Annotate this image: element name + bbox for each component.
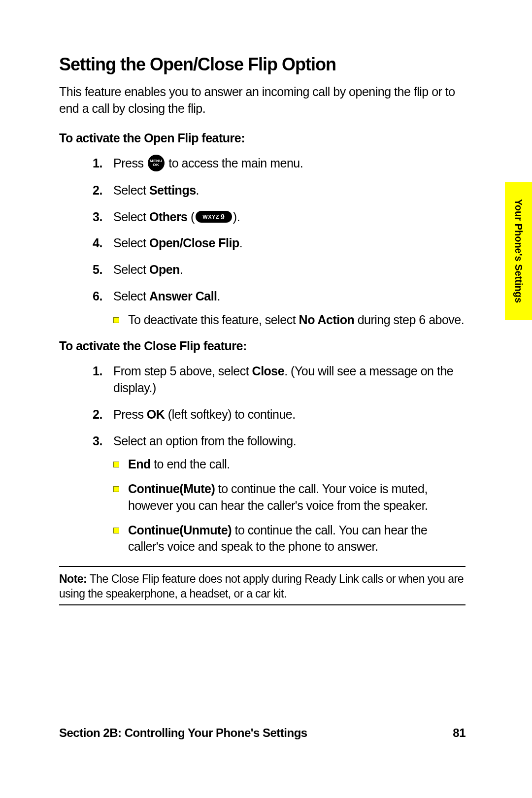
side-tab: Your Phone's Settings bbox=[505, 182, 532, 320]
divider bbox=[59, 566, 466, 567]
section-a-title: To activate the Open Flip feature: bbox=[59, 131, 466, 145]
step-text: Select an option from the following. bbox=[113, 434, 296, 448]
section-b-title: To activate the Close Flip feature: bbox=[59, 339, 466, 353]
step-bold: Settings bbox=[149, 183, 196, 197]
step-text: . bbox=[180, 263, 183, 276]
sub-text: To deactivate this feature, select bbox=[128, 313, 299, 327]
page-title: Setting the Open/Close Flip Option bbox=[59, 54, 466, 75]
sub-list: To deactivate this feature, select No Ac… bbox=[113, 312, 466, 329]
sub-item: Continue(Mute) to continue the call. You… bbox=[113, 481, 466, 514]
step-text: Press bbox=[113, 156, 143, 170]
sub-text: during step 6 above. bbox=[354, 313, 464, 327]
step-bold: OK bbox=[147, 407, 165, 421]
step-number: 1. bbox=[93, 363, 102, 380]
step-text: to access the main menu. bbox=[168, 156, 303, 170]
step-number: 6. bbox=[93, 288, 102, 305]
step: 1. From step 5 above, select Close. (You… bbox=[59, 363, 466, 397]
side-tab-label: Your Phone's Settings bbox=[513, 199, 524, 303]
sub-bold: Continue(Unmute) bbox=[128, 523, 232, 537]
step-number: 5. bbox=[93, 262, 102, 278]
manual-page: Your Phone's Settings Setting the Open/C… bbox=[0, 0, 532, 798]
note-label: Note: bbox=[59, 572, 87, 585]
step-text: ( bbox=[188, 210, 195, 224]
step-number: 1. bbox=[93, 155, 102, 172]
step-number: 4. bbox=[93, 235, 102, 252]
sub-text: to end the call. bbox=[151, 457, 230, 471]
step-bold: Answer Call bbox=[149, 289, 217, 303]
sub-item: End to end the call. bbox=[113, 456, 466, 473]
page-footer: Section 2B: Controlling Your Phone's Set… bbox=[59, 726, 466, 740]
step: 5. Select Open. bbox=[59, 262, 466, 278]
step-text: Press bbox=[113, 407, 147, 421]
step: 1. Press MENU OK to access the main menu… bbox=[59, 155, 466, 172]
step-bold: Open/Close Flip bbox=[149, 236, 239, 250]
step-number: 3. bbox=[93, 209, 102, 226]
sub-item: Continue(Unmute) to continue the call. Y… bbox=[113, 522, 466, 556]
step-text: . bbox=[196, 183, 199, 197]
step-text: From step 5 above, select bbox=[113, 364, 252, 378]
step-text: Select bbox=[113, 263, 149, 276]
step-text: . bbox=[239, 236, 242, 250]
step-number: 2. bbox=[93, 182, 102, 199]
note-text: The Close Flip feature does not apply du… bbox=[59, 572, 464, 600]
step-text: ). bbox=[233, 210, 240, 224]
footer-page-number: 81 bbox=[453, 726, 466, 740]
intro-paragraph: This feature enables you to answer an in… bbox=[59, 84, 466, 117]
step-number: 2. bbox=[93, 406, 102, 423]
step-bold: Others bbox=[149, 210, 188, 224]
step-text: Select bbox=[113, 236, 149, 250]
sub-bold: End bbox=[128, 457, 151, 471]
section-a-steps: 1. Press MENU OK to access the main menu… bbox=[59, 155, 466, 329]
step-text: Select bbox=[113, 210, 149, 224]
section-b-steps: 1. From step 5 above, select Close. (You… bbox=[59, 363, 466, 555]
sub-item: To deactivate this feature, select No Ac… bbox=[113, 312, 466, 329]
step: 6. Select Answer Call. To deactivate thi… bbox=[59, 288, 466, 329]
menu-ok-icon: MENU OK bbox=[148, 155, 165, 171]
step: 2. Select Settings. bbox=[59, 182, 466, 199]
step-text: . bbox=[217, 289, 220, 303]
sub-bold: Continue(Mute) bbox=[128, 482, 215, 496]
step: 4. Select Open/Close Flip. bbox=[59, 235, 466, 252]
step: 2. Press OK (left softkey) to continue. bbox=[59, 406, 466, 423]
step-text: Select bbox=[113, 183, 149, 197]
divider bbox=[59, 604, 466, 605]
note: Note: The Close Flip feature does not ap… bbox=[59, 572, 466, 601]
footer-section: Section 2B: Controlling Your Phone's Set… bbox=[59, 726, 307, 740]
step-text: (left softkey) to continue. bbox=[165, 407, 295, 421]
step-number: 3. bbox=[93, 433, 102, 450]
sub-list: End to end the call. Continue(Mute) to c… bbox=[113, 456, 466, 555]
step-bold: Close bbox=[252, 364, 285, 378]
step-text: Select bbox=[113, 289, 149, 303]
step: 3. Select Others (WXYZ9). bbox=[59, 209, 466, 226]
sub-bold: No Action bbox=[299, 313, 355, 327]
step-bold: Open bbox=[149, 263, 180, 276]
step: 3. Select an option from the following. … bbox=[59, 433, 466, 556]
wxyz9-key-icon: WXYZ9 bbox=[196, 211, 232, 223]
